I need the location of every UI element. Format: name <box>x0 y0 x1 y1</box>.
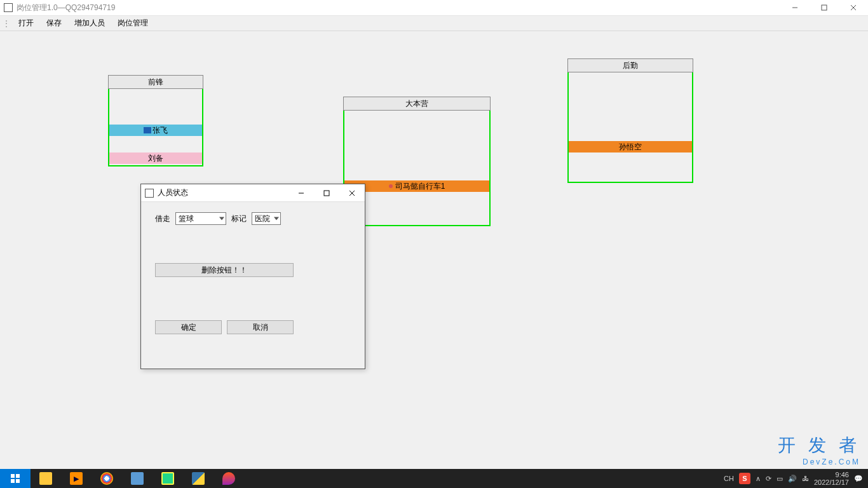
tray-ime-label[interactable]: CH <box>724 475 734 482</box>
ok-button[interactable]: 确定 <box>155 320 222 334</box>
taskbar-chrome[interactable] <box>92 469 122 488</box>
main-titlebar: 岗位管理1.0—QQ294794719 <box>0 0 868 16</box>
taskbar: ▶ CH S ∧ ⟳ ▭ 🔊 🖧 9:46 2022/12/17 💬 <box>0 469 868 488</box>
app-icon <box>4 3 13 12</box>
position-card-logistics[interactable]: 后勤孙悟空 <box>567 58 693 183</box>
cancel-button[interactable]: 取消 <box>227 320 294 334</box>
person-row[interactable]: 张飞 <box>109 125 202 136</box>
position-card-forward[interactable]: 前锋张飞刘备 <box>108 75 203 166</box>
chevron-down-icon <box>219 217 224 220</box>
combo-borrow-value: 篮球 <box>179 214 194 224</box>
dialog-minimize-button[interactable] <box>288 184 314 202</box>
dialog-app-icon <box>145 189 154 198</box>
tray-volume-icon[interactable]: 🔊 <box>788 475 797 483</box>
canvas[interactable]: 前锋张飞刘备大本营司马懿自行车1后勤孙悟空 人员状态 借走 篮球 标记 医院 <box>0 31 868 469</box>
tray-sogou-icon[interactable]: S <box>739 473 750 484</box>
svg-rect-9 <box>16 474 20 478</box>
svg-rect-5 <box>324 191 329 196</box>
position-header[interactable]: 后勤 <box>567 58 693 72</box>
position-header[interactable]: 大本营 <box>343 97 491 111</box>
dialog-body: 借走 篮球 标记 医院 删除按钮！！ 确定 取消 <box>141 202 365 344</box>
tray-time: 9:46 <box>814 471 849 478</box>
chevron-down-icon <box>274 217 279 220</box>
label-borrow: 借走 <box>155 214 170 224</box>
tray-date: 2022/12/17 <box>814 478 849 486</box>
taskbar-media[interactable]: ▶ <box>61 469 92 488</box>
svg-rect-10 <box>11 479 15 483</box>
person-status-icon <box>389 184 393 188</box>
person-row[interactable]: 刘备 <box>109 152 202 164</box>
person-status-dialog: 人员状态 借走 篮球 标记 医院 删除按钮！！ 确定 取消 <box>140 184 365 369</box>
tray-battery-icon[interactable]: ▭ <box>776 475 783 483</box>
taskbar-flame[interactable] <box>214 469 244 488</box>
start-button[interactable] <box>0 469 31 488</box>
system-tray: CH S ∧ ⟳ ▭ 🔊 🖧 9:46 2022/12/17 💬 <box>724 471 868 486</box>
person-row[interactable]: 司马懿自行车1 <box>344 180 489 192</box>
tray-network-icon[interactable]: 🖧 <box>802 475 809 482</box>
window-controls <box>780 0 868 16</box>
watermark-main: 开 发 者 <box>778 435 860 455</box>
person-row[interactable]: 孙悟空 <box>569 141 692 152</box>
watermark-sub: DevZe.CoM <box>778 458 860 466</box>
menu-add-person[interactable]: 增加人员 <box>68 16 111 30</box>
tray-sync-icon[interactable]: ⟳ <box>766 475 771 483</box>
svg-rect-1 <box>822 5 827 10</box>
person-marker-icon <box>144 127 151 133</box>
person-name: 张飞 <box>153 125 168 136</box>
person-name: 司马懿自行车1 <box>395 181 445 192</box>
maximize-button[interactable] <box>810 0 839 16</box>
taskbar-notepad[interactable] <box>122 469 153 488</box>
combo-borrow[interactable]: 篮球 <box>175 212 226 225</box>
person-name: 刘备 <box>148 153 163 164</box>
taskbar-python[interactable] <box>183 469 214 488</box>
menu-save[interactable]: 保存 <box>40 16 68 30</box>
menu-open[interactable]: 打开 <box>12 16 40 30</box>
combo-mark[interactable]: 医院 <box>252 212 281 225</box>
close-button[interactable] <box>839 0 868 16</box>
minimize-button[interactable] <box>780 0 810 16</box>
taskbar-pycharm[interactable] <box>153 469 183 488</box>
menu-manage-positions[interactable]: 岗位管理 <box>111 16 154 30</box>
tray-chevron-icon[interactable]: ∧ <box>756 475 761 483</box>
taskbar-explorer[interactable] <box>31 469 61 488</box>
person-name: 孙悟空 <box>619 142 642 152</box>
position-body: 孙悟空 <box>567 72 693 183</box>
menubar: ⋮ 打开 保存 增加人员 岗位管理 <box>0 16 868 31</box>
combo-mark-value: 医院 <box>255 214 270 224</box>
tray-clock[interactable]: 9:46 2022/12/17 <box>814 471 849 486</box>
position-header[interactable]: 前锋 <box>108 75 203 89</box>
menu-grip: ⋮ <box>3 19 10 28</box>
svg-rect-8 <box>11 474 15 478</box>
position-body: 张飞刘备 <box>108 89 203 166</box>
tray-notification-icon[interactable]: 💬 <box>854 475 863 483</box>
dialog-maximize-button[interactable] <box>314 184 339 202</box>
delete-button[interactable]: 删除按钮！！ <box>155 263 294 277</box>
watermark: 开 发 者 DevZe.CoM <box>778 433 860 466</box>
window-title: 岗位管理1.0—QQ294794719 <box>17 3 780 13</box>
svg-rect-11 <box>16 479 20 483</box>
dialog-close-button[interactable] <box>339 184 365 202</box>
label-mark: 标记 <box>231 214 247 224</box>
dialog-title: 人员状态 <box>158 187 288 198</box>
dialog-titlebar[interactable]: 人员状态 <box>141 184 365 202</box>
